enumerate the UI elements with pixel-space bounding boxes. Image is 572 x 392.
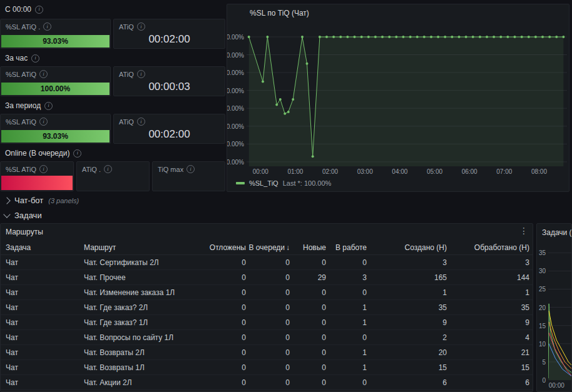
table-row: ЧатЧат. Изменение заказа 1Л000011 (1, 285, 533, 300)
panel-title: %SL ATiQ (1, 114, 110, 126)
panel-title-text: %SL ATiQ (6, 118, 36, 126)
table-cell: 6 (447, 378, 529, 387)
table-cell: 29 (290, 273, 326, 282)
table-cell: Чат (6, 273, 84, 282)
stat-panel-sl-atiq-day: %SL ATiQ . 93.03% (0, 19, 111, 49)
table-cell: Чат (6, 378, 84, 387)
panel-title: %SL ATiQ (1, 162, 73, 173)
column-header-5[interactable]: Новые (290, 243, 326, 252)
table-cell: 0 (204, 363, 246, 372)
x-axis-label: 00:00 (253, 168, 268, 175)
table-cell: Чат. Сертификаты 2Л (84, 258, 204, 267)
info-icon[interactable] (137, 23, 145, 31)
group-label-text: Online (В очереди) (5, 149, 69, 158)
table-cell: 0 (326, 378, 367, 387)
panel-title: %SL ATiQ . (1, 19, 110, 31)
info-icon[interactable] (73, 149, 81, 158)
table-cell: Чат (6, 318, 84, 327)
legend-item[interactable]: %SL_TiQ Last *: 100.00% (236, 179, 331, 187)
row-header-chatbot[interactable]: Чат-бот (3 panels) (4, 196, 79, 205)
table-cell: 0 (290, 318, 326, 327)
table-cell: 9 (367, 318, 447, 327)
y-axis-label: 5 (542, 358, 546, 365)
table-cell: 0 (290, 378, 326, 387)
bar-gauge: 93.03% (1, 130, 110, 143)
table-cell: 35 (447, 303, 529, 312)
y-axis-label: 20 (539, 304, 546, 311)
table-cell: 0 (246, 288, 290, 297)
plot-area: 00:00 (548, 243, 572, 389)
stat-value: 00:00:03 (114, 81, 225, 93)
table-cell: 0 (246, 333, 290, 342)
table-cell: Чат. Где заказ? 2Л (84, 303, 204, 312)
column-header-7[interactable]: Создано (Н) (367, 243, 447, 252)
column-header-8[interactable]: Обработано (Н) (447, 243, 529, 252)
y-axis-label: 80.00% (227, 69, 244, 76)
info-icon[interactable] (137, 118, 145, 126)
info-icon[interactable] (43, 23, 51, 31)
panel-title-text: ATiQ (119, 71, 134, 78)
group-label-hour: За час (5, 54, 39, 63)
group-label-online: Online (В очереди) (5, 149, 81, 158)
info-icon[interactable] (137, 70, 145, 78)
table-row: ЧатЧат. Прочее00293165144 (1, 270, 533, 285)
table-row: ЧатЧат. Вопросы по сайту 1Л000024 (1, 330, 533, 345)
table-cell: Чат (6, 303, 84, 312)
column-header-3[interactable]: Отложены (204, 243, 246, 252)
panel-title: TiQ max (153, 162, 225, 173)
column-header-2[interactable]: Маршрут (84, 243, 204, 252)
table-body: ЧатЧат. Сертификаты 2Л000033ЧатЧат. Проч… (1, 255, 533, 390)
table-cell: 0 (290, 303, 326, 312)
tasks-chart-panel: Задачи (Чат 35302520151050 00:00 (536, 223, 572, 392)
info-icon[interactable] (35, 6, 43, 14)
y-axis-label: 60.00% (227, 105, 244, 112)
table-cell: 0 (204, 273, 246, 282)
info-icon[interactable] (186, 165, 195, 173)
routes-table-panel: Маршруты ⋮ ЗадачаМаршрутОтложеныВ очеред… (0, 223, 533, 392)
y-axis: 100.00%90.00%80.00%70.00%60.00%50.00%40.… (230, 31, 247, 166)
table-cell: 0 (290, 258, 326, 267)
table-row: ЧатЧат. Где заказ? 1Л000199 (1, 315, 533, 330)
info-icon[interactable] (31, 54, 39, 63)
info-icon[interactable] (104, 165, 112, 173)
table-cell: 0 (246, 303, 290, 312)
table-cell: Чат. Изменение заказа 1Л (84, 288, 204, 297)
bar-gauge-value: 93.03% (43, 37, 68, 46)
x-axis-label: 03:00 (357, 168, 373, 175)
info-icon[interactable] (44, 102, 53, 110)
info-icon[interactable] (39, 70, 48, 78)
kebab-menu-icon[interactable]: ⋮ (519, 226, 528, 235)
info-icon[interactable] (39, 118, 48, 126)
column-header-4[interactable]: В очереди↓ (246, 243, 290, 252)
bar-gauge: 100.00% (1, 83, 110, 95)
table-cell: 21 (447, 348, 529, 357)
table-cell: Чат. Где заказ? 1Л (84, 318, 204, 327)
stat-panel-atiq-period: ATiQ 00:02:00 (113, 114, 225, 144)
table-cell: 165 (367, 273, 447, 282)
column-header-6[interactable]: В работе (326, 243, 367, 252)
sl-tiq-chart: 100.00%90.00%80.00%70.00%60.00%50.00%40.… (230, 31, 567, 176)
table-cell: 1 (367, 288, 447, 297)
panel-title: ATiQ (114, 19, 225, 31)
plot-area: 00:0001:0002:0003:0004:0005:0006:0007:00… (247, 31, 567, 176)
row-header-tasks[interactable]: Задачи (4, 211, 42, 220)
stat-panel-tiq-max-online: TiQ max (152, 161, 225, 191)
table-cell: Чат (6, 288, 84, 297)
table-row: ЧатЧат. Сертификаты 2Л000033 (1, 255, 533, 270)
table-cell: 0 (246, 363, 290, 372)
info-icon[interactable] (39, 165, 48, 173)
table-cell: Чат. Акции 2Л (84, 378, 204, 387)
column-header-1[interactable]: Задача (6, 243, 84, 252)
table-cell: Чат (6, 333, 84, 342)
table-cell: 6 (367, 378, 447, 387)
table-cell: 9 (447, 318, 529, 327)
table-header: ЗадачаМаршрутОтложеныВ очереди↓НовыеВ ра… (1, 240, 533, 255)
table-cell: 0 (204, 303, 246, 312)
table-cell: Чат (6, 258, 84, 267)
panel-title: ATiQ . (77, 162, 149, 173)
series-color-icon (236, 182, 245, 184)
table-cell: 1 (326, 303, 367, 312)
table-cell: Чат (6, 363, 84, 372)
x-axis-label: 07:00 (496, 168, 512, 175)
table-cell: 3 (367, 258, 447, 267)
